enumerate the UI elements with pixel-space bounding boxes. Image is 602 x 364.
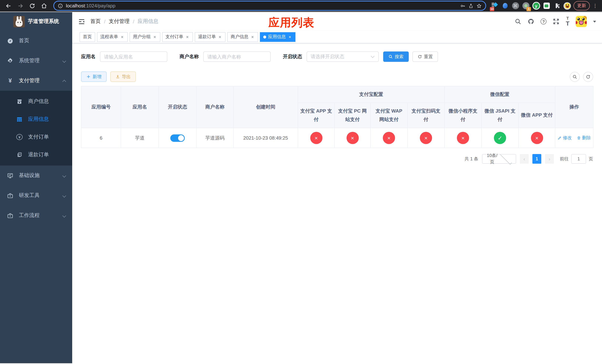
grid-icon <box>16 116 22 122</box>
col-app-id: 应用编号 <box>81 86 121 128</box>
table-search-toggle-button[interactable] <box>570 72 580 82</box>
sidebar-item-payment[interactable]: ¥ 支付管理 <box>0 71 72 91</box>
tab-process-form[interactable]: 流程表单× <box>97 32 128 42</box>
chevron-down-icon <box>62 59 66 63</box>
cell-app-name: 芋道 <box>121 128 159 148</box>
sidebar-item-workflow[interactable]: 工作流程 <box>0 205 72 225</box>
sidebar-menu: 首页 系统管理 ¥ 支付管理 <box>0 31 72 363</box>
sidebar-item-infrastructure[interactable]: 基础设施 <box>0 166 72 185</box>
status-toggle[interactable] <box>170 134 185 142</box>
sidebar-item-label: 首页 <box>19 37 68 44</box>
breadcrumb-payment[interactable]: 支付管理 <box>109 18 129 25</box>
back-icon[interactable] <box>4 1 13 11</box>
chrome-update-button[interactable]: 更新 <box>573 1 590 10</box>
app-name-input[interactable] <box>100 52 167 62</box>
col-wechat-jsapi: 微信 JSAPI 支付 <box>482 103 518 128</box>
extensions-puzzle-icon[interactable] <box>553 2 561 10</box>
browser-menu-icon[interactable]: ⋮ <box>592 3 598 9</box>
search-button[interactable]: 搜索 <box>383 52 409 62</box>
site-info-icon[interactable] <box>58 3 63 8</box>
github-icon[interactable] <box>527 18 534 25</box>
edit-link[interactable]: 修改 <box>558 135 572 141</box>
sidebar-fold-icon[interactable] <box>78 18 85 25</box>
breadcrumb-home[interactable]: 首页 <box>90 18 101 25</box>
col-merchant: 商户名称 <box>196 86 233 128</box>
refresh-icon <box>418 54 422 59</box>
chevron-down-icon <box>500 153 512 164</box>
annotation-title: 应用列表 <box>269 15 314 30</box>
browser-profile-avatar[interactable] <box>563 2 571 10</box>
tab-merchant-info[interactable]: 商户信息× <box>227 32 258 42</box>
share-icon[interactable] <box>468 3 473 8</box>
sidebar: 芋道管理系统 首页 系统管理 ¥ <box>0 12 72 363</box>
close-icon[interactable]: × <box>288 34 292 39</box>
sidebar-item-system[interactable]: 系统管理 <box>0 51 72 71</box>
status-label: 开启状态 <box>283 53 302 60</box>
sidebar-item-dev-tools[interactable]: 研发工具 <box>0 185 72 205</box>
bookmark-star-icon[interactable] <box>476 3 482 8</box>
prev-page-button[interactable]: ‹ <box>520 154 529 164</box>
header-search-icon[interactable] <box>515 18 521 25</box>
url-text: localhost:1024/pay/app <box>66 3 115 9</box>
page-size-select[interactable]: 10条/页 <box>482 154 516 164</box>
table-refresh-button[interactable] <box>583 72 593 82</box>
tab-home[interactable]: 首页 <box>80 32 95 42</box>
export-button[interactable]: 导出 <box>110 72 136 82</box>
apps-table: 应用编号 应用名 开启状态 商户名称 创建时间 支付宝配置 微信配置 操作 支付… <box>81 86 593 148</box>
documents-icon <box>16 152 22 158</box>
tags-view: 首页 流程表单× 用户分组× 支付订单× 退款订单× 商户信息× 应用信息× <box>72 31 602 43</box>
fullscreen-icon[interactable] <box>553 18 559 25</box>
app-title: 芋道管理系统 <box>28 18 59 25</box>
next-page-button[interactable]: › <box>545 154 554 164</box>
sidebar-item-app-info[interactable]: 应用信息 <box>0 110 72 128</box>
extension-recorder-icon[interactable]: 1 <box>522 2 530 10</box>
user-menu-caret-icon[interactable] <box>593 21 596 22</box>
main-panel: 应用列表 首页 / 支付管理 / 应用信息 <box>72 12 602 363</box>
tab-user-group[interactable]: 用户分组× <box>129 32 160 42</box>
tab-app-info[interactable]: 应用信息× <box>260 32 295 42</box>
jump-suffix: 页 <box>589 156 593 162</box>
forward-icon[interactable] <box>16 1 25 11</box>
sidebar-item-payment-orders[interactable]: ¥ 支付订单 <box>0 128 72 146</box>
close-icon[interactable]: × <box>218 34 222 39</box>
extension-design-tool-icon[interactable]: 10 <box>491 2 499 10</box>
tab-payment-orders[interactable]: 支付订单× <box>162 32 193 42</box>
chevron-up-icon <box>62 80 66 83</box>
extension-y-icon[interactable]: y <box>532 2 540 10</box>
sidebar-item-merchant-info[interactable]: 商户信息 <box>0 93 72 110</box>
delete-link[interactable]: 删除 <box>577 135 591 141</box>
alipay-app-status-icon: × <box>310 132 322 144</box>
breadcrumb: 首页 / 支付管理 / 应用信息 <box>90 18 159 25</box>
status-select[interactable]: 请选择开启状态 <box>307 52 379 62</box>
extension-chat-icon[interactable] <box>542 2 550 10</box>
extension-balloon-icon[interactable] <box>501 2 509 10</box>
address-bar[interactable]: localhost:1024/pay/app <box>53 1 486 11</box>
jump-page-input[interactable] <box>571 154 586 164</box>
browser-toolbar: localhost:1024/pay/app 10 ⌘ 1 y <box>0 0 602 12</box>
font-size-icon[interactable]: TT <box>566 16 570 27</box>
filter-form: 应用名 商户名称 开启状态 请选择开启状态 搜索 <box>81 52 593 62</box>
app-logo[interactable]: 芋道管理系统 <box>0 12 72 31</box>
current-page-button[interactable]: 1 <box>532 154 541 164</box>
home-icon[interactable] <box>39 1 49 11</box>
payment-submenu: 商户信息 应用信息 ¥ 支付订单 <box>0 91 72 166</box>
sidebar-item-home[interactable]: 首页 <box>0 31 72 51</box>
col-actions: 操作 <box>555 86 593 128</box>
password-key-icon[interactable] <box>460 3 465 8</box>
user-avatar[interactable] <box>576 16 587 27</box>
tab-refund-orders[interactable]: 退款订单× <box>195 32 226 42</box>
sidebar-item-label: 基础设施 <box>19 172 57 179</box>
reset-button[interactable]: 重置 <box>412 52 438 62</box>
close-icon[interactable]: × <box>152 34 157 39</box>
col-alipay-pc: 支付宝 PC 网站支付 <box>334 103 370 128</box>
close-icon[interactable]: × <box>120 34 124 39</box>
col-app-name: 应用名 <box>121 86 159 128</box>
help-icon[interactable]: ? <box>540 19 547 24</box>
reload-icon[interactable] <box>27 1 37 11</box>
close-icon[interactable]: × <box>250 34 255 39</box>
extension-command-icon[interactable]: ⌘ <box>511 2 519 10</box>
close-icon[interactable]: × <box>185 34 190 39</box>
add-button[interactable]: 新增 <box>81 72 107 82</box>
sidebar-item-refund-orders[interactable]: 退款订单 <box>0 146 72 164</box>
merchant-name-input[interactable] <box>203 52 271 62</box>
